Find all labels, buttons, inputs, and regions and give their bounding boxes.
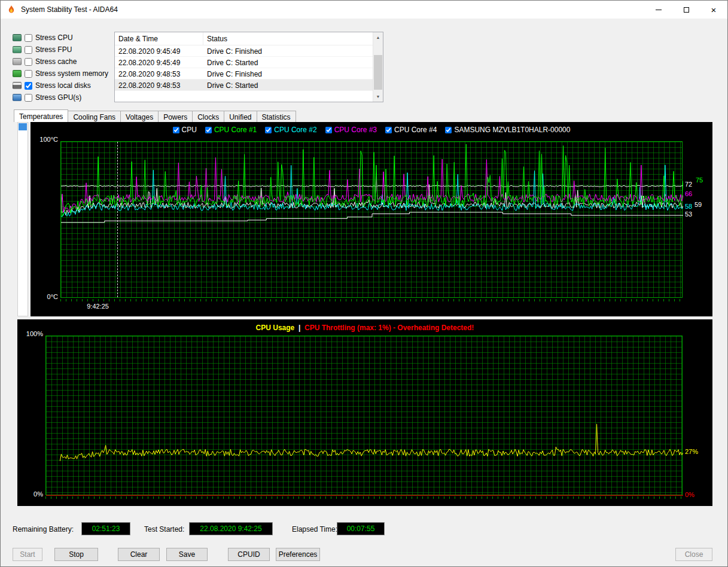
stress-options: Stress CPUStress FPUStress cacheStress s… xyxy=(13,32,114,103)
clear-button[interactable]: Clear xyxy=(118,548,160,561)
stress-option-disks[interactable]: Stress local disks xyxy=(13,80,114,92)
stress-option-fpu[interactable]: Stress FPU xyxy=(13,44,114,56)
maximize-button[interactable] xyxy=(672,1,700,19)
elapsed-time-label: Elapsed Time: xyxy=(292,525,337,534)
temp-scale-slider-thumb[interactable] xyxy=(19,123,27,130)
legend-item-cpu[interactable]: CPU xyxy=(173,126,197,134)
series-value-label: 53 xyxy=(685,211,692,218)
tab-powers[interactable]: Powers xyxy=(158,111,193,122)
close-icon: × xyxy=(711,5,717,15)
stress-option-checkbox-cpu[interactable] xyxy=(25,34,32,42)
legend-label: CPU Core #3 xyxy=(334,126,377,134)
temperature-plot xyxy=(60,141,683,298)
memory-icon xyxy=(13,70,22,77)
close-window-button[interactable]: × xyxy=(700,1,727,19)
series-value-label: 72 xyxy=(685,181,692,188)
scroll-up-icon[interactable]: ▲ xyxy=(373,32,383,42)
table-body: 22.08.2020 9:45:49Drive C: Finished22.08… xyxy=(115,45,373,102)
column-header-status[interactable]: Status xyxy=(203,32,383,45)
table-scrollbar[interactable]: ▲ ▼ xyxy=(373,32,383,102)
stress-option-label: Stress cache xyxy=(35,57,77,66)
stress-option-memory[interactable]: Stress system memory xyxy=(13,68,114,80)
tab-temperatures[interactable]: Temperatures xyxy=(14,109,68,122)
close-button[interactable]: Close xyxy=(675,548,712,561)
cell-datetime: 22.08.2020 9:48:53 xyxy=(115,68,203,79)
series-value-label: 66 xyxy=(685,190,692,197)
cell-status: Drive C: Started xyxy=(203,57,373,68)
legend-item-cpu-core-4[interactable]: CPU Core #4 xyxy=(385,126,437,134)
tab-voltages[interactable]: Voltages xyxy=(120,111,159,122)
minimize-button[interactable] xyxy=(645,1,672,19)
app-window: System Stability Test - AIDA64 × Stress … xyxy=(0,0,728,567)
stop-button[interactable]: Stop xyxy=(54,548,98,561)
cpuid-button[interactable]: CPUID xyxy=(228,548,270,561)
stress-option-checkbox-memory[interactable] xyxy=(25,70,32,78)
cell-datetime: 22.08.2020 9:48:53 xyxy=(115,80,203,90)
temperature-chart-row: CPUCPU Core #1CPU Core #2CPU Core #3CPU … xyxy=(13,122,712,316)
event-log-table[interactable]: Date & Time Status 22.08.2020 9:45:49Dri… xyxy=(114,32,383,102)
stress-option-gpu[interactable]: Stress GPU(s) xyxy=(13,92,114,103)
legend-label: CPU Core #2 xyxy=(274,126,316,134)
save-button[interactable]: Save xyxy=(166,548,208,561)
remaining-battery-label: Remaining Battery: xyxy=(13,525,74,534)
scrollbar-thumb[interactable] xyxy=(374,55,382,90)
tab-cooling-fans[interactable]: Cooling Fans xyxy=(68,111,121,122)
x-axis-ticks xyxy=(60,299,683,301)
stress-option-label: Stress GPU(s) xyxy=(35,93,81,102)
legend-checkbox[interactable] xyxy=(325,127,332,133)
stress-option-label: Stress local disks xyxy=(35,81,91,90)
legend-item-cpu-core-1[interactable]: CPU Core #1 xyxy=(205,126,257,134)
stress-option-checkbox-disks[interactable] xyxy=(25,82,32,90)
stress-option-cache[interactable]: Stress cache xyxy=(13,56,114,68)
usage-title-part: CPU Throttling (max: 1%) - Overheating D… xyxy=(304,324,474,332)
legend-checkbox[interactable] xyxy=(265,127,272,133)
legend-label: CPU Core #1 xyxy=(214,126,257,134)
gpu-icon xyxy=(13,94,22,101)
series-value-label: 27% xyxy=(685,448,698,455)
legend-item-samsung-mzvlb1t0halr-00000[interactable]: SAMSUNG MZVLB1T0HALR-00000 xyxy=(445,126,570,134)
scroll-down-icon[interactable]: ▼ xyxy=(373,92,383,102)
table-row[interactable]: 22.08.2020 9:48:53Drive C: Started xyxy=(115,80,373,91)
temperature-chart: CPUCPU Core #1CPU Core #2CPU Core #3CPU … xyxy=(31,122,712,316)
minimize-icon xyxy=(656,10,662,10)
column-header-datetime[interactable]: Date & Time xyxy=(115,32,203,45)
table-row[interactable]: 22.08.2020 9:48:53Drive C: Finished xyxy=(115,68,373,80)
cpu-usage-chart-title: CPU Usage | CPU Throttling (max: 1%) - O… xyxy=(17,324,712,332)
preferences-button[interactable]: Preferences xyxy=(276,548,320,561)
button-row: StartStopClearSaveCPUIDPreferencesClose xyxy=(13,548,712,561)
window-title: System Stability Test - AIDA64 xyxy=(21,5,118,14)
stress-option-checkbox-cache[interactable] xyxy=(25,58,32,66)
legend-checkbox[interactable] xyxy=(205,127,212,133)
table-row[interactable]: 22.08.2020 9:45:49Drive C: Started xyxy=(115,57,373,68)
legend-checkbox[interactable] xyxy=(385,127,392,133)
test-started-label: Test Started: xyxy=(144,525,184,534)
cpu-usage-plot xyxy=(45,336,683,495)
table-row[interactable]: 22.08.2020 9:45:49Drive C: Finished xyxy=(115,45,373,57)
cpu-usage-series xyxy=(46,336,683,496)
titlebar: System Stability Test - AIDA64 × xyxy=(1,1,727,19)
legend-checkbox[interactable] xyxy=(173,127,179,133)
stress-option-cpu[interactable]: Stress CPU xyxy=(13,32,114,44)
stress-option-checkbox-gpu[interactable] xyxy=(25,94,32,102)
content: Stress CPUStress FPUStress cacheStress s… xyxy=(1,19,727,561)
legend-label: SAMSUNG MZVLB1T0HALR-00000 xyxy=(454,126,570,134)
cell-status: Drive C: Finished xyxy=(203,68,373,79)
table-header: Date & Time Status xyxy=(115,32,383,45)
legend-item-cpu-core-3[interactable]: CPU Core #3 xyxy=(325,126,377,134)
stress-option-checkbox-fpu[interactable] xyxy=(25,46,32,54)
tab-clocks[interactable]: Clocks xyxy=(192,111,224,122)
legend-item-cpu-core-2[interactable]: CPU Core #2 xyxy=(265,126,316,134)
tab-unified[interactable]: Unified xyxy=(224,111,257,122)
top-row: Stress CPUStress FPUStress cacheStress s… xyxy=(13,32,712,103)
legend-checkbox[interactable] xyxy=(445,127,452,133)
x-axis-ticks xyxy=(45,496,683,499)
start-button[interactable]: Start xyxy=(13,548,42,561)
temp-scale-slider[interactable] xyxy=(17,122,28,316)
tab-statistics[interactable]: Statistics xyxy=(257,111,296,122)
cell-status: Drive C: Finished xyxy=(203,45,373,56)
stress-option-label: Stress FPU xyxy=(35,45,72,54)
status-footer: Remaining Battery: 02:51:23 Test Started… xyxy=(13,511,712,548)
fpu-icon xyxy=(13,46,22,53)
app-flame-icon xyxy=(7,5,16,14)
window-controls: × xyxy=(645,1,727,19)
